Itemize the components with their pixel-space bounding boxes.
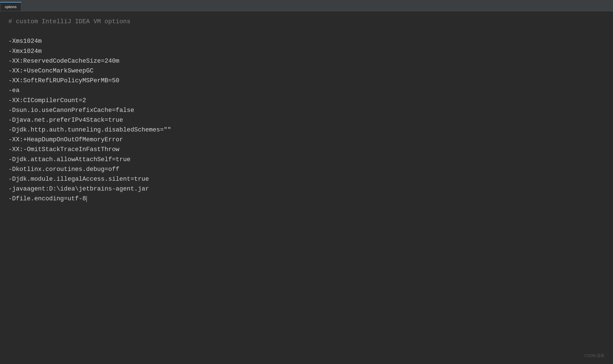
- code-line: -Djava.net.preferIPv4Stack=true: [8, 115, 605, 125]
- code-line: -XX:+UseConcMarkSweepGC: [8, 66, 605, 76]
- editor-area: # custom IntelliJ IDEA VM options -Xms10…: [0, 11, 613, 364]
- tab-bar: options: [0, 0, 613, 11]
- code-line: -javaagent:D:\idea\jetbrains-agent.jar: [8, 184, 605, 194]
- code-line: -Xmx1024m: [8, 46, 605, 56]
- code-content[interactable]: # custom IntelliJ IDEA VM options -Xms10…: [8, 17, 605, 204]
- code-line: -Dsun.io.useCanonPrefixCache=false: [8, 105, 605, 115]
- tab-label: options: [5, 5, 17, 9]
- tab-options[interactable]: options: [0, 2, 21, 11]
- watermark: CSDN @辉: [584, 353, 605, 358]
- code-line: -Djdk.http.auth.tunneling.disabledScheme…: [8, 125, 605, 135]
- code-line: -XX:-OmitStackTraceInFastThrow: [8, 145, 605, 154]
- code-line: -Dkotlinx.coroutines.debug=off: [8, 165, 605, 174]
- code-line: -Dfile.encoding=utf-8: [8, 194, 605, 204]
- code-line: -Djdk.attach.allowAttachSelf=true: [8, 155, 605, 165]
- code-line: [8, 27, 605, 36]
- code-line: -XX:+HeapDumpOnOutOfMemoryError: [8, 135, 605, 145]
- code-line: -ea: [8, 86, 605, 95]
- code-line: -XX:CICompilerCount=2: [8, 96, 605, 105]
- code-line: # custom IntelliJ IDEA VM options: [8, 17, 605, 27]
- code-line: -XX:SoftRefLRUPolicyMSPerMB=50: [8, 76, 605, 86]
- code-line: -XX:ReservedCodeCacheSize=240m: [8, 56, 605, 66]
- code-line: -Xms1024m: [8, 36, 605, 46]
- code-line: -Djdk.module.illegalAccess.silent=true: [8, 174, 605, 184]
- text-cursor: [86, 196, 87, 202]
